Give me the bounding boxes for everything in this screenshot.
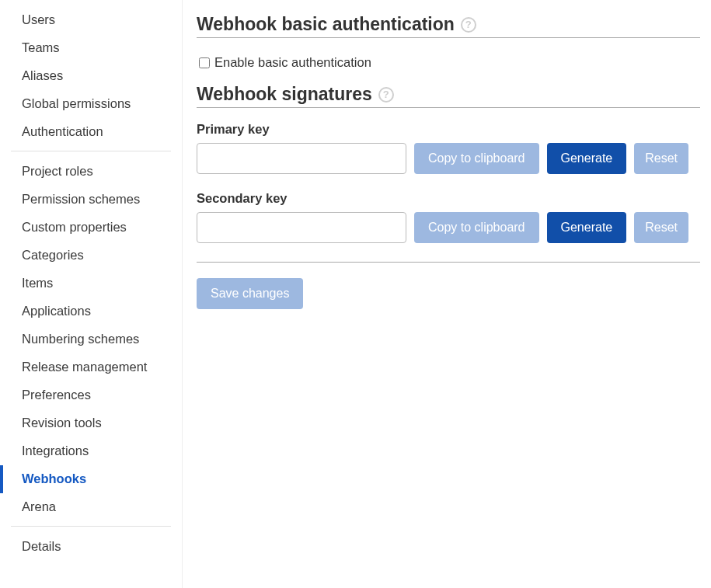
sidebar-item-authentication[interactable]: Authentication xyxy=(11,118,171,146)
sidebar-item-details[interactable]: Details xyxy=(11,533,171,561)
signatures-section-title: Webhook signatures xyxy=(197,84,372,105)
sidebar-item-numbering-schemes[interactable]: Numbering schemes xyxy=(11,325,171,353)
enable-basic-auth-label: Enable basic authentication xyxy=(214,55,371,70)
sidebar-item-custom-properties[interactable]: Custom properties xyxy=(11,214,171,242)
auth-section-title: Webhook basic authentication xyxy=(197,14,455,35)
signatures-body: Primary key Copy to clipboard Generate R… xyxy=(197,107,700,243)
secondary-key-label: Secondary key xyxy=(197,191,700,206)
sidebar-item-revision-tools[interactable]: Revision tools xyxy=(11,409,171,437)
primary-reset-button[interactable]: Reset xyxy=(634,143,688,174)
save-changes-button[interactable]: Save changes xyxy=(197,278,303,309)
sidebar-nav[interactable]: Users Teams Aliases Global permissions A… xyxy=(0,0,183,588)
primary-key-label: Primary key xyxy=(197,122,700,137)
sidebar-item-webhooks[interactable]: Webhooks xyxy=(0,465,171,493)
auth-section: Webhook basic authentication ? Enable ba… xyxy=(197,14,700,263)
sidebar-item-arena[interactable]: Arena xyxy=(11,493,171,521)
sidebar-item-applications[interactable]: Applications xyxy=(11,297,171,325)
sidebar-item-integrations[interactable]: Integrations xyxy=(11,437,171,465)
main-content: Webhook basic authentication ? Enable ba… xyxy=(183,0,711,588)
sidebar-item-items[interactable]: Items xyxy=(11,270,171,297)
sidebar-item-categories[interactable]: Categories xyxy=(11,242,171,270)
sidebar-item-release-management[interactable]: Release management xyxy=(11,353,171,381)
nav-group-accounts: Users Teams Aliases Global permissions A… xyxy=(11,6,171,151)
sidebar-item-preferences[interactable]: Preferences xyxy=(11,381,171,409)
sidebar-item-users[interactable]: Users xyxy=(11,6,171,34)
sidebar-item-project-roles[interactable]: Project roles xyxy=(11,158,171,186)
primary-copy-button[interactable]: Copy to clipboard xyxy=(414,143,539,174)
primary-key-input[interactable] xyxy=(197,143,406,174)
enable-basic-auth-row[interactable]: Enable basic authentication xyxy=(199,55,700,70)
enable-basic-auth-checkbox[interactable] xyxy=(199,57,210,68)
secondary-copy-button[interactable]: Copy to clipboard xyxy=(414,212,539,243)
sidebar-item-teams[interactable]: Teams xyxy=(11,34,171,62)
sidebar-item-aliases[interactable]: Aliases xyxy=(11,62,171,90)
secondary-generate-button[interactable]: Generate xyxy=(547,212,627,243)
sidebar-item-permission-schemes[interactable]: Permission schemes xyxy=(11,186,171,214)
nav-group-details: Details xyxy=(11,533,171,565)
help-icon[interactable]: ? xyxy=(461,17,476,33)
sidebar-item-global-permissions[interactable]: Global permissions xyxy=(11,90,171,118)
nav-group-config: Project roles Permission schemes Custom … xyxy=(11,158,171,527)
primary-generate-button[interactable]: Generate xyxy=(547,143,627,174)
secondary-reset-button[interactable]: Reset xyxy=(634,212,688,243)
help-icon[interactable]: ? xyxy=(378,87,394,103)
secondary-key-input[interactable] xyxy=(197,212,406,243)
